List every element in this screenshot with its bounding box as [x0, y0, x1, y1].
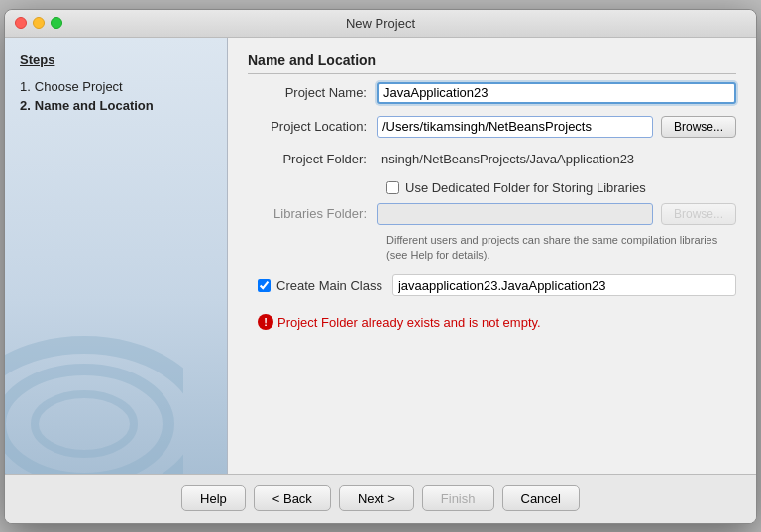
dedicated-folder-group: Use Dedicated Folder for Storing Librari…	[386, 180, 736, 195]
minimize-button[interactable]	[33, 17, 45, 29]
dialog-footer: Help < Back Next > Finish Cancel	[5, 474, 756, 523]
libraries-browse-button[interactable]: Browse...	[661, 203, 736, 225]
svg-point-2	[35, 394, 134, 454]
form-area: Name and Location Project Name: Project …	[228, 38, 756, 474]
finish-button[interactable]: Finish	[422, 485, 494, 511]
project-name-label: Project Name:	[248, 85, 377, 100]
project-folder-label: Project Folder:	[248, 152, 377, 166]
traffic-lights	[15, 17, 62, 29]
dialog-window: New Project Steps 1.Choose Project 2.Nam…	[4, 9, 757, 524]
dedicated-folder-label: Use Dedicated Folder for Storing Librari…	[405, 180, 646, 195]
project-location-label: Project Location:	[248, 119, 377, 134]
create-main-class-label: Create Main Class	[276, 278, 382, 293]
libraries-folder-input[interactable]	[377, 203, 653, 225]
content-area: Steps 1.Choose Project 2.Name and Locati…	[5, 38, 756, 474]
dedicated-folder-checkbox[interactable]	[386, 181, 399, 194]
back-button[interactable]: < Back	[254, 485, 331, 511]
steps-list: 1.Choose Project 2.Name and Location	[20, 77, 212, 115]
maximize-button[interactable]	[51, 17, 62, 29]
project-location-browse-button[interactable]: Browse...	[661, 116, 736, 138]
svg-point-1	[5, 370, 168, 474]
create-main-class-checkbox[interactable]	[258, 279, 271, 292]
main-class-input[interactable]	[392, 274, 736, 296]
project-location-group: Project Location: Browse...	[248, 116, 736, 138]
create-main-class-group: Create Main Class	[258, 274, 736, 296]
titlebar: New Project	[5, 10, 756, 38]
error-message: Project Folder already exists and is not…	[277, 315, 541, 330]
error-icon: !	[258, 314, 273, 330]
cancel-button[interactable]: Cancel	[502, 485, 580, 511]
sidebar-heading: Steps	[20, 53, 212, 67]
close-button[interactable]	[15, 17, 27, 29]
libraries-folder-label: Libraries Folder:	[248, 206, 377, 221]
sidebar: Steps 1.Choose Project 2.Name and Locati…	[5, 38, 228, 474]
libraries-hint-text: Different users and projects can share t…	[386, 233, 736, 264]
step-name-location: 2.Name and Location	[20, 96, 212, 115]
libraries-folder-group: Libraries Folder: Browse...	[248, 203, 736, 225]
help-button[interactable]: Help	[181, 485, 246, 511]
section-title: Name and Location	[248, 53, 736, 74]
project-folder-value: nsingh/NetBeansProjects/JavaApplication2…	[377, 150, 736, 168]
window-title: New Project	[346, 16, 415, 31]
project-name-group: Project Name:	[248, 82, 736, 104]
project-folder-group: Project Folder: nsingh/NetBeansProjects/…	[248, 150, 736, 168]
step-choose-project: 1.Choose Project	[20, 77, 212, 96]
project-name-input[interactable]	[377, 82, 736, 104]
next-button[interactable]: Next >	[339, 485, 414, 511]
project-location-input[interactable]	[377, 116, 653, 138]
watermark-graphic	[5, 275, 183, 474]
error-row: ! Project Folder already exists and is n…	[258, 314, 736, 330]
